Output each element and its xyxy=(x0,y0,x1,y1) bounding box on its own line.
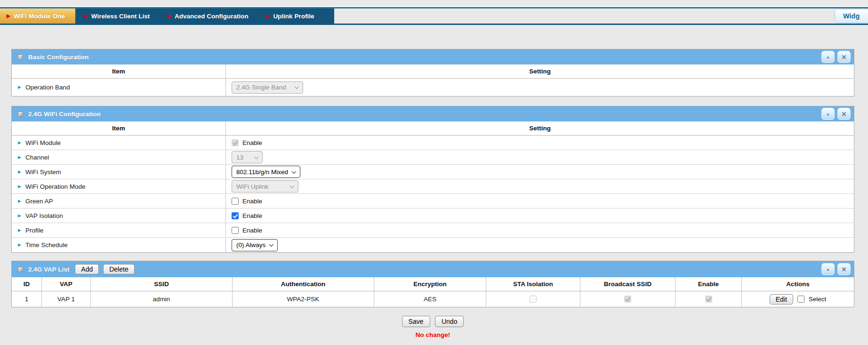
row-label: Profile xyxy=(25,227,43,234)
cell-vap: VAP 1 xyxy=(41,291,90,307)
undo-button[interactable]: Undo xyxy=(435,316,464,327)
tab-label: Wireless Client List xyxy=(91,13,150,20)
row-label: WiFi System xyxy=(25,168,61,176)
channel-row: ▶Channel 13 xyxy=(12,150,854,165)
wifi-system-select[interactable]: 802.11b/g/n Mixed xyxy=(232,166,300,178)
tab-advanced-configuration[interactable]: ▶ Advanced Configuration xyxy=(159,8,257,24)
collapse-button[interactable]: ▲ xyxy=(821,51,835,63)
chevron-down-icon xyxy=(269,242,274,247)
item-column-header: Item xyxy=(12,121,225,135)
cell-ssid: admin xyxy=(90,291,232,307)
section-title: 2.4G WiFi Configuration xyxy=(28,111,101,118)
operation-band-select: 2.4G Single Band xyxy=(232,81,303,94)
setting-column-header: Setting xyxy=(225,121,854,135)
column-header-vap: VAP xyxy=(41,277,90,291)
cell-encryption: AES xyxy=(374,291,486,307)
enable-checkbox xyxy=(705,296,712,303)
row-bullet-icon: ▶ xyxy=(18,214,21,218)
wifi-module-row: ▶WiFi Module Enable xyxy=(12,136,854,150)
sta-isolation-checkbox xyxy=(530,296,537,303)
row-bullet-icon: ▶ xyxy=(18,228,21,233)
basic-configuration-panel: Basic Configuration ▲ ✕ Item Setting ▶ O… xyxy=(11,49,854,96)
save-button[interactable]: Save xyxy=(402,316,430,327)
row-bullet-icon: ▶ xyxy=(18,155,21,160)
tab-bar: ▶ WiFi Module One ▶ Wireless Client List… xyxy=(0,8,334,24)
status-message: No change! xyxy=(11,331,854,338)
vap-list-header: 2.4G VAP List Add Delete ▲ ✕ xyxy=(12,261,854,277)
row-label: WiFi Operation Mode xyxy=(25,183,86,190)
basic-configuration-header: Basic Configuration ▲ ✕ xyxy=(12,49,854,64)
collapse-icon: ▲ xyxy=(826,267,830,272)
green-ap-row: ▶Green AP Enable xyxy=(12,194,854,209)
cell-id: 1 xyxy=(12,291,41,307)
collapse-icon: ▲ xyxy=(826,55,830,59)
column-header-enable: Enable xyxy=(675,277,741,291)
green-ap-enable-checkbox[interactable] xyxy=(232,198,239,205)
row-label: Time Schedule xyxy=(25,241,68,249)
section-title: Basic Configuration xyxy=(28,54,88,61)
checkbox-label: Enable xyxy=(242,139,262,146)
column-header-sta-isolation: STA Isolation xyxy=(486,277,580,291)
column-header-id: ID xyxy=(12,277,41,291)
widget-button[interactable]: Widg xyxy=(835,9,868,23)
tab-arrow-icon: ▶ xyxy=(266,14,270,18)
vap-table-row: 1 VAP 1 admin WPA2-PSK AES Edit Select xyxy=(12,291,854,307)
vap-list-panel: 2.4G VAP List Add Delete ▲ ✕ ID VAP SSID… xyxy=(11,261,854,307)
page: ▶ WiFi Module One ▶ Wireless Client List… xyxy=(0,0,868,345)
row-bullet-icon: ▶ xyxy=(18,185,21,189)
wifi-operation-mode-select: WiFi Uplink xyxy=(232,180,298,193)
tab-arrow-icon: ▶ xyxy=(168,14,171,18)
table-header-row: Item Setting xyxy=(12,64,854,79)
row-label: Channel xyxy=(25,154,49,161)
tab-label: Uplink Profile xyxy=(273,13,314,20)
channel-select: 13 xyxy=(232,151,263,163)
close-icon: ✕ xyxy=(842,266,847,273)
row-label: Operation Band xyxy=(25,84,70,91)
tab-arrow-icon: ▶ xyxy=(84,14,88,18)
wifi-configuration-panel: 2.4G WiFi Configuration ▲ ✕ Item Setting… xyxy=(11,106,854,253)
close-button[interactable]: ✕ xyxy=(837,263,851,275)
broadcast-ssid-checkbox xyxy=(624,296,631,303)
delete-button[interactable]: Delete xyxy=(103,264,134,274)
select-value: WiFi Uplink xyxy=(236,183,268,190)
row-bullet-icon: ▶ xyxy=(18,141,21,145)
select-value: 13 xyxy=(236,154,243,161)
tab-wireless-client-list[interactable]: ▶ Wireless Client List xyxy=(75,8,159,24)
close-button[interactable]: ✕ xyxy=(837,108,851,120)
tab-wifi-module-one[interactable]: ▶ WiFi Module One xyxy=(0,8,75,24)
close-icon: ✕ xyxy=(842,111,847,118)
tab-arrow-icon: ▶ xyxy=(7,14,10,18)
chevron-down-icon xyxy=(292,169,297,174)
row-label: VAP Isolation xyxy=(25,212,63,219)
column-header-actions: Actions xyxy=(741,277,854,291)
checkbox-label: Enable xyxy=(242,227,262,234)
section-square-icon xyxy=(18,55,23,60)
collapse-button[interactable]: ▲ xyxy=(821,263,835,275)
close-button[interactable]: ✕ xyxy=(837,51,851,63)
operation-band-row: ▶ Operation Band 2.4G Single Band xyxy=(12,79,854,96)
checkbox-label: Enable xyxy=(242,212,262,219)
collapse-button[interactable]: ▲ xyxy=(821,108,835,120)
widget-button-label: Widg xyxy=(843,12,860,20)
checkbox-label: Enable xyxy=(242,198,262,205)
time-schedule-select[interactable]: (0) Always xyxy=(232,239,278,251)
add-button[interactable]: Add xyxy=(75,264,99,274)
profile-enable-checkbox[interactable] xyxy=(232,227,239,234)
chevron-down-icon xyxy=(295,84,299,89)
edit-button[interactable]: Edit xyxy=(770,294,793,305)
wifi-configuration-header: 2.4G WiFi Configuration ▲ ✕ xyxy=(12,106,854,121)
collapse-icon: ▲ xyxy=(826,112,830,116)
row-bullet-icon: ▶ xyxy=(18,85,21,89)
column-header-authentication: Authentication xyxy=(232,277,374,291)
wifi-system-row: ▶WiFi System 802.11b/g/n Mixed xyxy=(12,165,854,179)
select-checkbox[interactable] xyxy=(797,296,804,303)
tab-uplink-profile[interactable]: ▶ Uplink Profile xyxy=(257,8,323,24)
vap-isolation-enable-checkbox[interactable] xyxy=(232,212,239,219)
select-label: Select xyxy=(809,296,827,303)
section-square-icon xyxy=(18,267,23,272)
row-bullet-icon: ▶ xyxy=(18,170,21,174)
wifi-operation-mode-row: ▶WiFi Operation Mode WiFi Uplink xyxy=(12,179,854,194)
footer-button-bar: Save Undo xyxy=(11,316,854,327)
cell-authentication: WPA2-PSK xyxy=(232,291,374,307)
row-bullet-icon: ▶ xyxy=(18,243,21,247)
